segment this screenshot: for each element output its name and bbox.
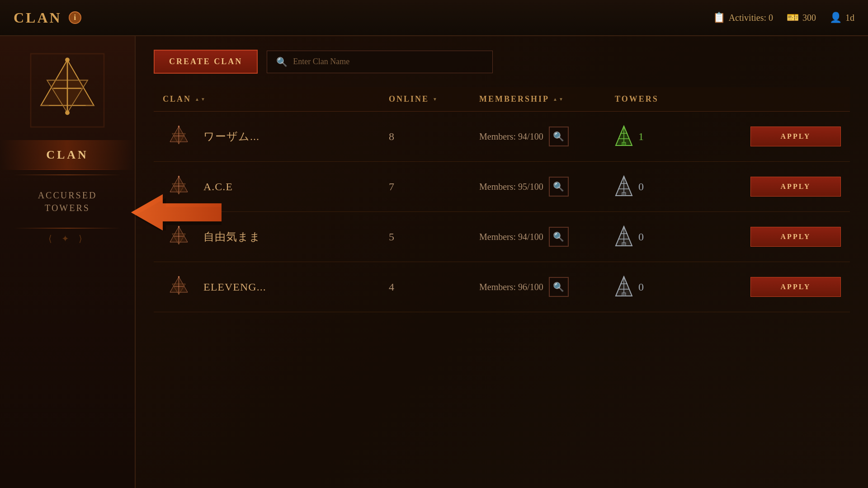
membership-text-3: Members: 94/100 (479, 232, 543, 242)
apply-button-2[interactable]: APPLY (750, 177, 841, 197)
currency-stat: 🎫 300 (787, 12, 816, 23)
arrow-svg (131, 194, 222, 230)
header-bar: CLAN i 📋 Activities: 0 🎫 300 👤 1d (0, 0, 868, 36)
column-towers: TOWERS (615, 94, 750, 104)
time-stat: 👤 1d (830, 12, 854, 23)
clan-emblem-1 (163, 121, 194, 152)
membership-cell-2: Members: 95/100 🔍 (479, 177, 615, 197)
search-icon: 🔍 (276, 56, 288, 67)
search-input[interactable] (293, 57, 483, 66)
main-content: CREATE CLAN 🔍 CLAN ▲▼ ONLINE ▼ MEMBERSHI… (136, 36, 868, 488)
tower-count-3: 0 (638, 231, 644, 243)
svg-rect-41 (622, 243, 626, 246)
sidebar-secondary-item[interactable]: ACCURSEDTOWERS (0, 180, 135, 223)
tower-icon-3 (615, 225, 633, 248)
column-membership: MEMBERSHIP ▲▼ (479, 94, 615, 104)
table-row[interactable]: 自由気まま 5 Members: 94/100 🔍 0 APPLY (154, 212, 850, 262)
svg-rect-31 (622, 192, 626, 196)
online-count-3: 5 (389, 231, 479, 243)
svg-rect-21 (622, 142, 626, 145)
header-title: CLAN (14, 9, 62, 26)
lock-icon-4: 🔍 (549, 277, 569, 297)
sidebar-divider-2 (14, 228, 121, 229)
column-online: ONLINE ▼ (389, 94, 479, 104)
sidebar-clan-label: CLAN (46, 148, 89, 161)
time-label: 1d (845, 13, 854, 23)
towers-cell-1: 1 (615, 125, 750, 148)
top-controls: CREATE CLAN 🔍 (154, 50, 850, 74)
clan-table: CLAN ▲▼ ONLINE ▼ MEMBERSHIP ▲▼ TOWERS (154, 87, 850, 312)
column-clan: CLAN ▲▼ (163, 94, 389, 104)
svg-point-6 (66, 111, 69, 114)
time-icon: 👤 (830, 12, 842, 23)
lock-icon-2: 🔍 (549, 177, 569, 197)
clan-emblem-4 (163, 271, 194, 303)
tower-icon-4 (615, 276, 633, 298)
sidebar: CLAN ACCURSEDTOWERS ⟨ ✦ ⟩ (0, 36, 136, 488)
sidebar-decoration: ⟨ ✦ ⟩ (14, 233, 121, 244)
sidebar-item-clan[interactable]: CLAN (0, 140, 135, 170)
emblem-svg-4 (164, 272, 193, 302)
lock-icon-3: 🔍 (549, 227, 569, 247)
info-icon-button[interactable]: i (69, 11, 81, 24)
tower-count-4: 0 (638, 281, 644, 293)
emblem-svg-1 (164, 122, 193, 151)
activities-stat: 📋 Activities: 0 (713, 12, 773, 23)
online-count-2: 7 (389, 181, 479, 193)
membership-cell-1: Members: 94/100 🔍 (479, 127, 615, 146)
search-box: 🔍 (267, 51, 493, 73)
header-left: CLAN i (14, 9, 81, 26)
towers-cell-2: 0 (615, 175, 750, 198)
clan-name-3: 自由気まま (203, 230, 261, 244)
svg-point-16 (178, 126, 179, 127)
clan-name-1: ワーザム... (203, 129, 259, 144)
svg-point-46 (178, 276, 179, 277)
svg-point-26 (178, 176, 179, 177)
apply-button-1[interactable]: APPLY (750, 127, 841, 146)
table-row[interactable]: A.C.E 7 Members: 95/100 🔍 0 APPLY (154, 162, 850, 212)
sidebar-secondary-label: ACCURSEDTOWERS (38, 190, 97, 213)
clan-name-2: A.C.E (203, 181, 233, 193)
currency-icon: 🎫 (787, 12, 799, 23)
apply-button-3[interactable]: APPLY (750, 227, 841, 247)
sidebar-divider (14, 174, 121, 175)
sort-clan-icon[interactable]: ▲▼ (195, 97, 207, 102)
clan-logo-svg (27, 50, 108, 131)
membership-cell-4: Members: 96/100 🔍 (479, 277, 615, 297)
svg-point-5 (66, 58, 69, 61)
online-count-4: 4 (389, 281, 479, 293)
membership-text-4: Members: 96/100 (479, 282, 543, 292)
column-action (750, 94, 841, 104)
tower-count-2: 0 (638, 181, 644, 193)
activities-label: Activities: 0 (729, 13, 773, 23)
create-clan-button[interactable]: CREATE CLAN (154, 50, 258, 74)
membership-text-2: Members: 95/100 (479, 182, 543, 192)
membership-text-1: Members: 94/100 (479, 131, 543, 142)
tower-count-1: 1 (638, 131, 644, 143)
lock-icon-1: 🔍 (549, 127, 569, 146)
clan-cell-1: ワーザム... (163, 121, 389, 152)
svg-rect-51 (622, 293, 626, 296)
towers-cell-4: 0 (615, 276, 750, 298)
towers-cell-3: 0 (615, 225, 750, 248)
tower-icon-2 (615, 175, 633, 198)
table-row[interactable]: ワーザム... 8 Members: 94/100 🔍 1 APPLY (154, 112, 850, 162)
table-row[interactable]: ELEVENG... 4 Members: 96/100 🔍 0 APPLY (154, 262, 850, 312)
apply-button-4[interactable]: APPLY (750, 277, 841, 297)
clan-name-4: ELEVENG... (203, 281, 266, 293)
currency-amount: 300 (802, 13, 816, 23)
sort-online-icon[interactable]: ▼ (433, 97, 439, 102)
sidebar-logo (22, 45, 113, 136)
membership-cell-3: Members: 94/100 🔍 (479, 227, 615, 247)
header-right: 📋 Activities: 0 🎫 300 👤 1d (713, 12, 854, 23)
online-count-1: 8 (389, 131, 479, 143)
clan-cell-4: ELEVENG... (163, 271, 389, 303)
table-header: CLAN ▲▼ ONLINE ▼ MEMBERSHIP ▲▼ TOWERS (154, 87, 850, 112)
tower-icon-1 (615, 125, 633, 148)
sort-membership-icon[interactable]: ▲▼ (553, 97, 565, 102)
activities-icon: 📋 (713, 12, 725, 23)
